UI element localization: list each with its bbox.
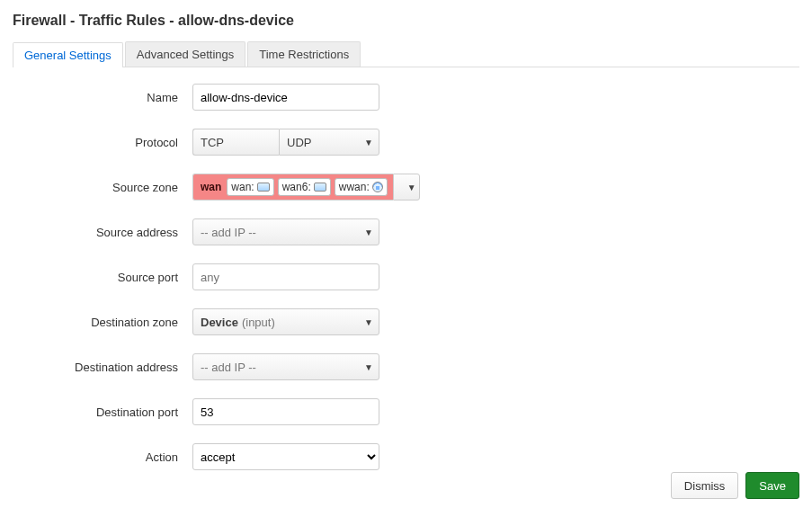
source-zone-value[interactable]: wan wan: wan6: wwan: <box>192 174 393 201</box>
destination-zone-select[interactable]: Device (input) ▼ <box>192 308 379 335</box>
destination-address-select[interactable]: -- add IP -- ▼ <box>192 353 379 380</box>
label-protocol: Protocol <box>13 136 192 149</box>
tab-general-settings[interactable]: General Settings <box>13 42 123 67</box>
destination-zone-value-muted: (input) <box>242 316 275 329</box>
chevron-down-icon: ▼ <box>407 183 416 192</box>
chevron-down-icon: ▼ <box>364 227 373 237</box>
ethernet-icon <box>257 183 270 192</box>
tab-advanced-settings[interactable]: Advanced Settings <box>125 41 245 67</box>
tabs: General Settings Advanced Settings Time … <box>13 41 799 67</box>
protocol-left-value: TCP <box>201 136 224 149</box>
label-destination-zone: Destination zone <box>13 316 192 329</box>
save-button[interactable]: Save <box>745 472 799 499</box>
destination-port-input[interactable] <box>192 398 379 425</box>
label-action: Action <box>13 450 192 464</box>
iface-wwan: wwan: <box>335 178 388 196</box>
source-zone-dropdown[interactable]: ▼ <box>393 174 420 201</box>
source-address-select[interactable]: -- add IP -- ▼ <box>192 218 379 245</box>
destination-address-placeholder: -- add IP -- <box>201 361 256 374</box>
footer-actions: Dismiss Save <box>671 472 799 499</box>
page-title: Firewall - Traffic Rules - allow-dns-dev… <box>13 13 799 29</box>
label-source-port: Source port <box>13 271 192 284</box>
action-select[interactable]: accept <box>192 443 379 470</box>
source-port-input[interactable] <box>192 263 379 290</box>
label-source-address: Source address <box>13 226 192 239</box>
destination-zone-value-bold: Device <box>201 316 238 329</box>
form: Name Protocol TCP UDP ▼ Source zone wan … <box>13 84 799 470</box>
protocol-right-value: UDP <box>287 136 311 149</box>
protocol-right-select[interactable]: UDP ▼ <box>279 129 379 156</box>
chevron-down-icon: ▼ <box>364 362 373 372</box>
iface-wan: wan: <box>227 178 273 196</box>
chevron-down-icon: ▼ <box>364 317 373 327</box>
tab-time-restrictions[interactable]: Time Restrictions <box>247 41 361 67</box>
wifi-icon <box>372 182 383 192</box>
label-destination-port: Destination port <box>13 406 192 419</box>
ethernet-icon <box>314 183 326 192</box>
label-name: Name <box>13 91 192 104</box>
chevron-down-icon: ▼ <box>364 138 373 147</box>
dismiss-button[interactable]: Dismiss <box>671 472 739 499</box>
label-source-zone: Source zone <box>13 181 192 194</box>
source-zone-name: wan <box>199 181 223 193</box>
iface-wan6: wan6: <box>278 178 331 196</box>
label-destination-address: Destination address <box>13 361 192 374</box>
name-input[interactable] <box>192 84 379 111</box>
protocol-left-select[interactable]: TCP <box>192 129 279 156</box>
source-address-placeholder: -- add IP -- <box>201 226 256 239</box>
